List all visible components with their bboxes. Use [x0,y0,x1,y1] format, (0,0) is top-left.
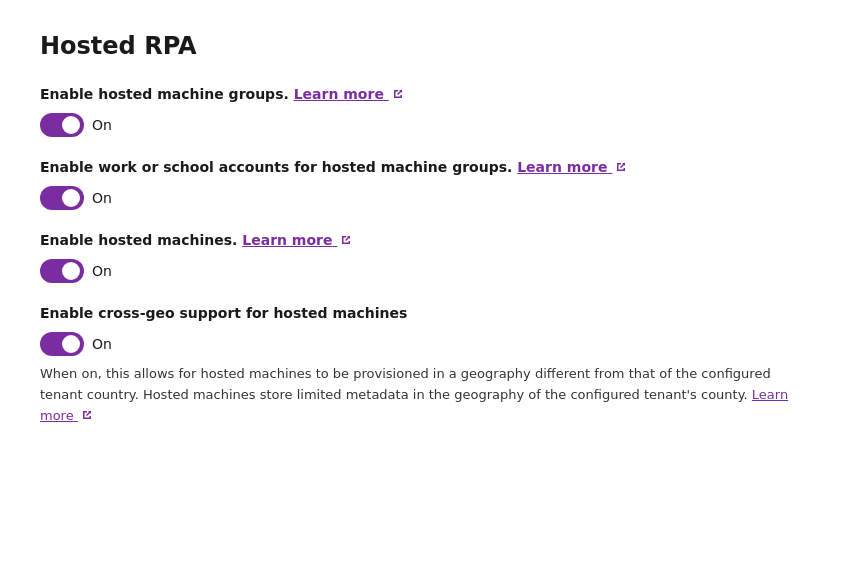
page-title: Hosted RPA [40,32,810,60]
setting-cross-geo: Enable cross-geo support for hosted mach… [40,303,810,426]
toggle-hosted-machines[interactable] [40,259,84,283]
toggle-label-4: On [92,336,112,352]
learn-more-link-2[interactable]: Learn more [517,159,612,175]
external-link-icon-2 [615,161,627,173]
setting-label-2: Enable work or school accounts for hoste… [40,157,810,178]
toggle-work-school-accounts[interactable] [40,186,84,210]
toggle-label-3: On [92,263,112,279]
learn-more-link-3[interactable]: Learn more [242,232,337,248]
toggle-hosted-machine-groups[interactable] [40,113,84,137]
toggle-label-2: On [92,190,112,206]
setting-label-4: Enable cross-geo support for hosted mach… [40,303,810,324]
setting-label-3: Enable hosted machines. Learn more [40,230,810,251]
learn-more-link-1[interactable]: Learn more [294,86,389,102]
toggle-label-1: On [92,117,112,133]
cross-geo-description: When on, this allows for hosted machines… [40,364,810,426]
setting-hosted-machine-groups: Enable hosted machine groups. Learn more… [40,84,810,137]
setting-work-school-accounts: Enable work or school accounts for hoste… [40,157,810,210]
toggle-cross-geo[interactable] [40,332,84,356]
external-link-icon-3 [340,234,352,246]
setting-label-1: Enable hosted machine groups. Learn more [40,84,810,105]
external-link-icon-4 [81,409,93,421]
external-link-icon-1 [392,88,404,100]
setting-hosted-machines: Enable hosted machines. Learn more On [40,230,810,283]
